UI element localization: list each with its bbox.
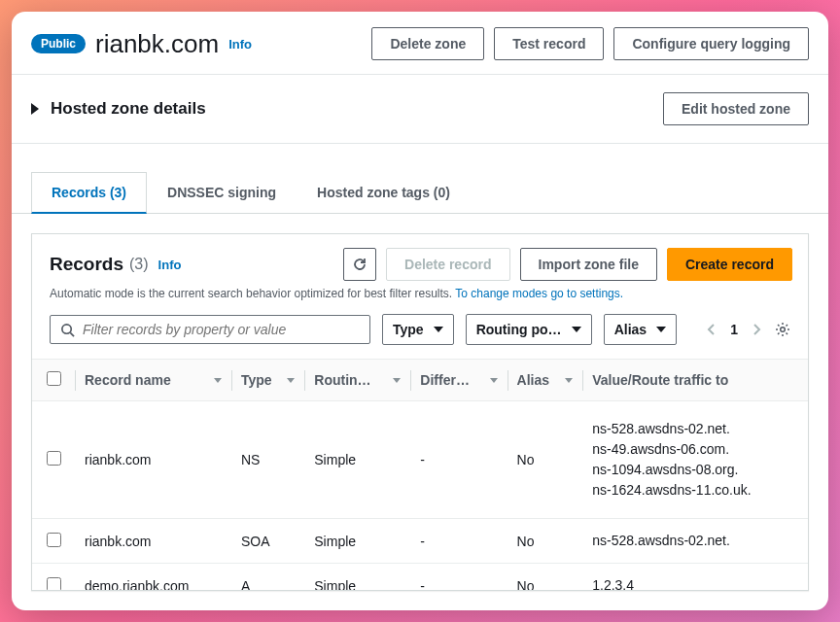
sort-caret-icon bbox=[565, 378, 573, 383]
table-settings-button[interactable] bbox=[775, 322, 790, 337]
records-table: Record name Type Routin… Differ… Alias V… bbox=[32, 359, 808, 590]
records-info-link[interactable]: Info bbox=[158, 258, 182, 272]
public-badge: Public bbox=[31, 34, 86, 53]
col-header-differ[interactable]: Differ… bbox=[410, 360, 507, 401]
tab-records[interactable]: Records (3) bbox=[31, 172, 147, 214]
details-title: Hosted zone details bbox=[51, 99, 206, 119]
cell-type: SOA bbox=[231, 519, 304, 564]
app-window: Public rianbk.com Info Delete zone Test … bbox=[12, 12, 828, 610]
cell-routing: Simple bbox=[304, 564, 410, 591]
page-number: 1 bbox=[730, 322, 738, 337]
hosted-zone-details-panel: Hosted zone details Edit hosted zone bbox=[12, 74, 828, 144]
table-row[interactable]: rianbk.comNSSimple-Nons-528.awsdns-02.ne… bbox=[32, 401, 808, 519]
cell-type: NS bbox=[231, 401, 304, 519]
table-scroll[interactable]: Record name Type Routin… Differ… Alias V… bbox=[32, 359, 808, 590]
cell-name: rianbk.com bbox=[75, 519, 231, 564]
edit-hosted-zone-button[interactable]: Edit hosted zone bbox=[663, 92, 809, 125]
sort-caret-icon bbox=[393, 378, 401, 383]
cell-alias: No bbox=[508, 564, 583, 591]
svg-line-1 bbox=[70, 332, 74, 336]
delete-zone-button[interactable]: Delete zone bbox=[371, 27, 484, 60]
cell-alias: No bbox=[508, 519, 583, 564]
caret-down-icon bbox=[656, 327, 666, 332]
row-checkbox[interactable] bbox=[47, 451, 61, 466]
tabs: Records (3) DNSSEC signing Hosted zone t… bbox=[12, 171, 828, 214]
records-subtext: Automatic mode is the current search beh… bbox=[32, 285, 808, 310]
records-card: Records (3) Info Delete record Import zo… bbox=[31, 233, 809, 591]
col-header-type[interactable]: Type bbox=[231, 360, 304, 401]
caret-down-icon bbox=[572, 327, 581, 332]
cell-alias: No bbox=[508, 401, 583, 519]
pager: 1 bbox=[707, 322, 790, 337]
configure-query-logging-button[interactable]: Configure query logging bbox=[613, 27, 809, 60]
tab-tags[interactable]: Hosted zone tags (0) bbox=[297, 172, 471, 214]
caret-down-icon bbox=[434, 327, 443, 332]
select-all-checkbox[interactable] bbox=[47, 371, 61, 386]
table-row[interactable]: demo.rianbk.comASimple-No1.2.3.4 bbox=[32, 564, 808, 591]
alias-filter-dropdown[interactable]: Alias bbox=[604, 314, 677, 345]
title-info-link[interactable]: Info bbox=[228, 37, 252, 52]
tab-dnssec[interactable]: DNSSEC signing bbox=[147, 172, 297, 214]
records-title: Records bbox=[50, 254, 123, 275]
col-header-select bbox=[32, 360, 75, 401]
cell-value: ns-528.awsdns-02.net.ns-49.awsdns-06.com… bbox=[582, 401, 808, 519]
search-icon bbox=[60, 323, 75, 337]
sort-caret-icon bbox=[287, 378, 295, 383]
zone-title: rianbk.com bbox=[95, 29, 219, 59]
triangle-right-icon bbox=[31, 103, 39, 115]
prev-page-button[interactable] bbox=[707, 323, 717, 336]
search-input[interactable] bbox=[83, 322, 360, 337]
col-header-value[interactable]: Value/Route traffic to bbox=[582, 360, 808, 401]
cell-differ: - bbox=[410, 564, 507, 591]
change-mode-link[interactable]: To change modes go to settings. bbox=[455, 287, 623, 300]
col-header-routing[interactable]: Routin… bbox=[304, 360, 410, 401]
col-header-alias[interactable]: Alias bbox=[508, 360, 583, 401]
row-checkbox[interactable] bbox=[47, 533, 61, 547]
test-record-button[interactable]: Test record bbox=[494, 27, 604, 60]
search-input-wrap[interactable] bbox=[50, 315, 370, 344]
cell-differ: - bbox=[410, 401, 507, 519]
delete-record-button: Delete record bbox=[386, 248, 509, 281]
table-row[interactable]: rianbk.comSOASimple-Nons-528.awsdns-02.n… bbox=[32, 519, 808, 564]
next-page-button[interactable] bbox=[752, 323, 761, 336]
refresh-icon bbox=[352, 257, 368, 272]
svg-point-0 bbox=[62, 324, 71, 332]
filter-row: Type Routing pol… Alias 1 bbox=[32, 310, 808, 359]
cell-routing: Simple bbox=[304, 401, 410, 519]
sort-caret-icon bbox=[490, 378, 498, 383]
refresh-button[interactable] bbox=[343, 248, 376, 281]
records-count: (3) bbox=[129, 256, 149, 273]
header: Public rianbk.com Info Delete zone Test … bbox=[12, 12, 828, 74]
create-record-button[interactable]: Create record bbox=[667, 248, 792, 281]
sort-caret-icon bbox=[214, 378, 222, 383]
import-zone-file-button[interactable]: Import zone file bbox=[520, 248, 657, 281]
records-card-header: Records (3) Info Delete record Import zo… bbox=[32, 234, 808, 285]
cell-value: ns-528.awsdns-02.net. bbox=[582, 519, 808, 564]
cell-value: 1.2.3.4 bbox=[582, 564, 808, 591]
cell-routing: Simple bbox=[304, 519, 410, 564]
type-filter-dropdown[interactable]: Type bbox=[382, 314, 454, 345]
svg-point-2 bbox=[781, 328, 786, 332]
routing-filter-dropdown[interactable]: Routing pol… bbox=[466, 314, 592, 345]
gear-icon bbox=[775, 322, 790, 337]
records-section: Records (3) Info Delete record Import zo… bbox=[12, 214, 828, 610]
cell-type: A bbox=[231, 564, 304, 591]
cell-name: rianbk.com bbox=[75, 401, 231, 519]
cell-differ: - bbox=[410, 519, 507, 564]
cell-name: demo.rianbk.com bbox=[75, 564, 231, 591]
col-header-name[interactable]: Record name bbox=[75, 360, 231, 401]
details-expander[interactable]: Hosted zone details bbox=[31, 99, 206, 119]
row-checkbox[interactable] bbox=[47, 577, 61, 591]
